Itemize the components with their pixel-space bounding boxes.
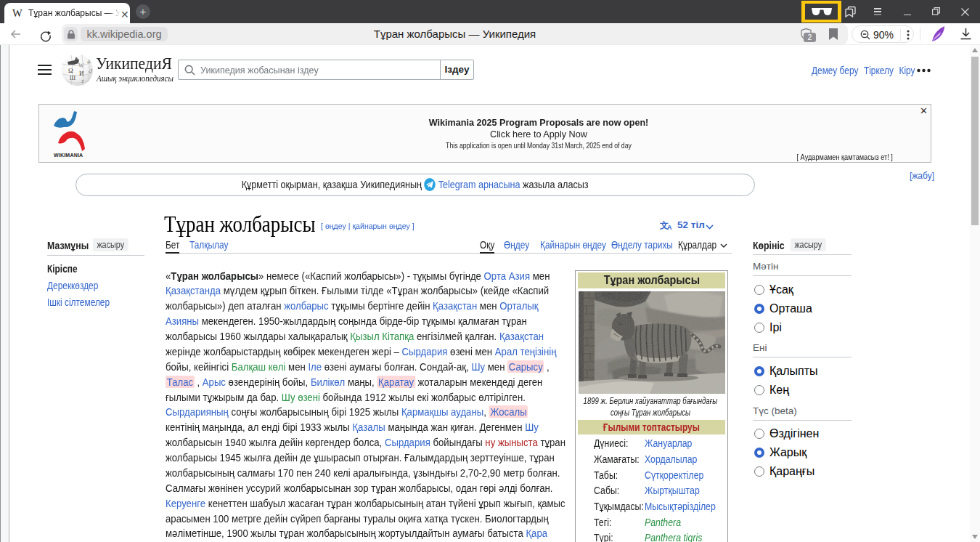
svg-text:W: W (12, 7, 23, 19)
svg-text:A: A (667, 224, 672, 230)
svg-text:Ω: Ω (68, 67, 73, 74)
svg-text:W: W (78, 62, 84, 69)
svg-text:И: И (79, 70, 84, 77)
svg-text:ى: ى (87, 59, 91, 63)
svg-text:?: ? (81, 78, 83, 84)
svg-text:ک: ک (89, 68, 93, 73)
svg-text:WIKIMANIA: WIKIMANIA (54, 153, 83, 158)
svg-text:Ш: Ш (70, 75, 75, 81)
